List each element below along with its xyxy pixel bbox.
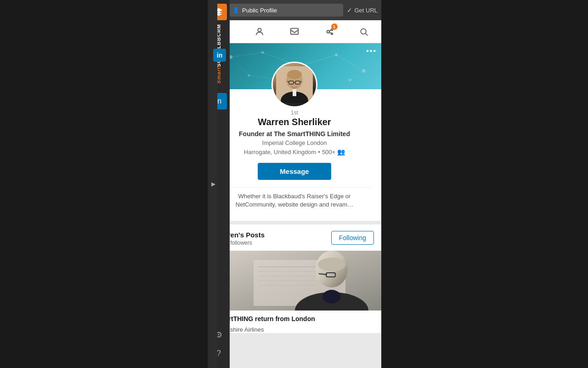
url-bar: 👤 Public Profile [228, 4, 343, 17]
collapse-arrow-icon: ▶ [211, 181, 215, 187]
svg-point-43 [318, 258, 345, 271]
profile-title: Founder at The SmartTHING Limited [217, 130, 372, 138]
svg-point-4 [331, 33, 333, 34]
options-button[interactable]: ••• [366, 47, 377, 55]
svg-line-17 [231, 52, 263, 57]
avatar-container: 1st [271, 62, 317, 116]
person-icon: 👤 [232, 7, 239, 13]
messages-icon [289, 27, 300, 37]
svg-line-33 [287, 81, 289, 82]
message-button[interactable]: Message [258, 163, 331, 180]
svg-point-7 [361, 29, 367, 34]
profile-name: Warren Sherliker [217, 117, 372, 127]
get-url-button[interactable]: ✓ Get URL [347, 6, 378, 14]
network-badge: 1 [331, 23, 338, 30]
post-image-container [208, 251, 381, 310]
public-profile-label: Public Profile [242, 7, 277, 14]
profile-card: in [208, 43, 381, 221]
browser-topbar: ‹ 👤 Public Profile ✓ Get URL [208, 0, 381, 20]
nav-bar: 1 [208, 20, 381, 43]
posts-section: Warren's Posts 1,302 followers Following [208, 224, 381, 333]
degree-badge: 1st [271, 109, 317, 116]
linkedin-card-icon: in [213, 49, 226, 62]
nav-search[interactable] [354, 22, 374, 42]
svg-line-23 [231, 57, 249, 75]
right-background [381, 0, 588, 368]
svg-point-44 [315, 271, 321, 281]
svg-line-6 [329, 32, 331, 33]
svg-line-34 [300, 81, 302, 82]
connections-icon: 👥 [337, 148, 345, 155]
nav-network[interactable]: 1 [319, 22, 339, 42]
avatar [271, 62, 317, 108]
profile-location: Harrogate, United Kingdom • 500+ 👥 [217, 148, 372, 155]
svg-point-48 [322, 290, 341, 304]
nav-messages[interactable] [284, 22, 305, 42]
post-title: SmartTHING return from London [208, 310, 381, 326]
svg-line-20 [336, 55, 364, 71]
svg-line-8 [366, 33, 368, 35]
profile-school: Imperial College London [217, 139, 372, 146]
svg-point-0 [258, 28, 261, 31]
profile-icon [254, 27, 265, 37]
svg-line-5 [329, 30, 331, 31]
search-icon [359, 27, 368, 36]
posts-header: Warren's Posts 1,302 followers Following [208, 224, 381, 251]
profile-summary: Whether it is Blackbaud's Raiser's Edge … [217, 187, 372, 213]
post-subtitle: #Yorkshire Airlines [208, 326, 381, 333]
profile-content[interactable]: in [208, 43, 381, 368]
svg-line-24 [350, 71, 364, 80]
following-button[interactable]: Following [331, 231, 374, 245]
avatar-image [276, 66, 313, 103]
svg-point-2 [327, 30, 329, 33]
post-image [208, 251, 381, 310]
shield-icon: ✓ [347, 6, 352, 14]
svg-point-29 [287, 70, 302, 79]
nav-profile[interactable] [249, 22, 270, 42]
browser-window: ‹ 👤 Public Profile ✓ Get URL [208, 0, 381, 368]
profile-info: Warren Sherliker Founder at The SmartTHI… [208, 117, 381, 221]
left-background [0, 0, 209, 368]
